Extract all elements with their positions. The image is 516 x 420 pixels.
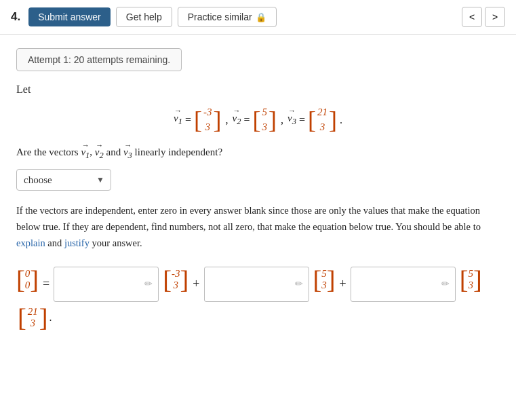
equals-1: = bbox=[185, 114, 191, 126]
vector-definitions: → v1 = [ -3 3 ] , → v2 bbox=[16, 105, 500, 134]
last-vector-line: [ 21 3 ] . bbox=[16, 305, 500, 330]
comma-1: , bbox=[226, 114, 229, 126]
equals-3: = bbox=[299, 114, 305, 126]
highlight-justify: justify bbox=[64, 237, 90, 248]
practice-label: Practice similar bbox=[188, 12, 252, 22]
equals-eq: = bbox=[43, 277, 49, 291]
eq-v3-matrix: [ 5 3 ] bbox=[460, 267, 482, 292]
eq-v1-bottom: 3 bbox=[174, 280, 179, 291]
prev-button[interactable]: < bbox=[462, 7, 482, 27]
q-v2: → v2 bbox=[95, 147, 104, 161]
question-text: Are the vectors → v1 , → v2 and → v3 lin… bbox=[16, 147, 500, 161]
input-box-1[interactable]: ✏ bbox=[54, 267, 159, 302]
eq-v1-top: -3 bbox=[172, 268, 180, 280]
pencil-icon-1: ✏ bbox=[144, 278, 153, 290]
v1-matrix: [ -3 3 ] bbox=[194, 105, 222, 134]
question-number: 4. bbox=[11, 10, 20, 24]
plus-2: + bbox=[340, 277, 346, 291]
zero-vector: [ 0 0 ] bbox=[16, 267, 39, 292]
eq-v2-top: 5 bbox=[321, 268, 327, 280]
dropdown-wrap: choose Yes No ▼ bbox=[16, 169, 500, 191]
equals-2: = bbox=[243, 114, 250, 126]
v2-definition: → v2 = [ 5 3 ] bbox=[233, 105, 277, 134]
q-v3: → v3 bbox=[123, 147, 132, 161]
answer-dropdown-container: choose Yes No ▼ bbox=[16, 169, 111, 191]
plus-1: + bbox=[193, 277, 199, 291]
equation-area: [ 0 0 ] = ✏ [ -3 3 ] + ✏ bbox=[16, 267, 500, 302]
submit-button[interactable]: Submit answer bbox=[28, 7, 111, 26]
input-box-2[interactable]: ✏ bbox=[204, 267, 309, 302]
zero-bottom: 0 bbox=[25, 280, 31, 291]
eq-v2-matrix: [ 5 3 ] bbox=[313, 267, 336, 292]
comma-2: , bbox=[281, 114, 283, 126]
pencil-icon-2: ✏ bbox=[295, 278, 303, 290]
q-v1: → v1 bbox=[81, 147, 90, 161]
input-box-3[interactable]: ✏ bbox=[351, 267, 456, 302]
attempt-badge: Attempt 1: 20 attempts remaining. bbox=[16, 48, 182, 71]
v2-bottom: 3 bbox=[262, 120, 267, 134]
v2-top: 5 bbox=[262, 105, 267, 119]
v3-definition: → v3 = [ 21 3 ] . bbox=[287, 105, 342, 134]
final-period: . bbox=[49, 311, 52, 324]
zero-top: 0 bbox=[25, 268, 31, 280]
main-content: Attempt 1: 20 attempts remaining. Let → … bbox=[0, 35, 516, 344]
practice-similar-button[interactable]: Practice similar 🔒 bbox=[178, 7, 277, 27]
v2-label: → v2 bbox=[233, 113, 241, 127]
v3-bottom: 3 bbox=[320, 120, 325, 134]
lock-icon: 🔒 bbox=[256, 12, 266, 22]
next-button[interactable]: > bbox=[485, 7, 505, 27]
v3-matrix: [ 21 3 ] bbox=[308, 105, 337, 134]
nav-buttons: < > bbox=[462, 7, 505, 27]
eq-v2-bottom: 3 bbox=[321, 280, 327, 291]
v1-top: -3 bbox=[203, 105, 212, 119]
last-vec-bottom: 3 bbox=[31, 318, 36, 329]
v1-label: → v1 bbox=[174, 113, 182, 127]
pencil-icon-3: ✏ bbox=[441, 278, 450, 290]
highlight-explain: explain bbox=[16, 237, 45, 248]
eq-v3-top: 5 bbox=[469, 268, 474, 280]
answer-dropdown[interactable]: choose Yes No bbox=[16, 169, 111, 191]
get-help-button[interactable]: Get help bbox=[116, 7, 172, 27]
last-vec-top: 21 bbox=[28, 306, 38, 318]
let-text: Let bbox=[16, 83, 500, 96]
toolbar: 4. Submit answer Get help Practice simil… bbox=[0, 0, 516, 35]
period-end: . bbox=[340, 114, 342, 126]
v1-bottom: 3 bbox=[205, 120, 211, 134]
v2-matrix: [ 5 3 ] bbox=[252, 105, 277, 134]
v3-label: → v3 bbox=[287, 113, 296, 127]
explanation-text: If the vectors are independent, enter ze… bbox=[16, 203, 500, 252]
v1-definition: → v1 = [ -3 3 ] bbox=[174, 105, 221, 134]
v3-top: 21 bbox=[317, 105, 328, 119]
eq-v1-matrix: [ -3 3 ] bbox=[163, 267, 188, 292]
eq-v3-bottom: 3 bbox=[469, 280, 474, 291]
